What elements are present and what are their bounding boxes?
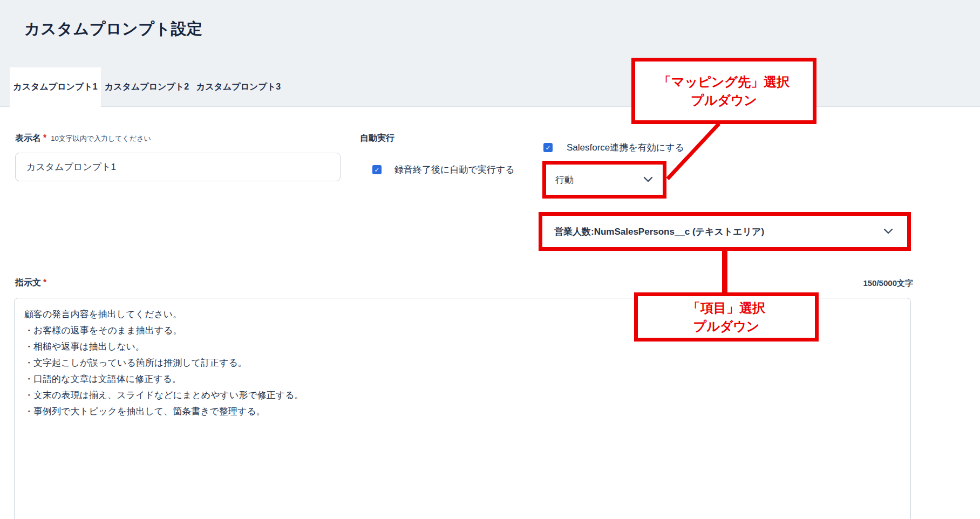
auto-run-label: 自動実行	[360, 133, 394, 144]
auto-run-label-row: 自動実行	[360, 133, 394, 144]
chevron-down-icon	[883, 227, 893, 236]
instruction-label-row: 指示文 *	[15, 277, 46, 289]
field-annotation-line2: プルダウン	[693, 317, 760, 336]
tab-custom-prompt-3[interactable]: カスタムプロンプト3	[193, 67, 284, 107]
display-name-required-mark: *	[43, 133, 46, 143]
custom-prompt-settings-page: カスタムプロンプト設定 カスタムプロンプト1 カスタムプロンプト2 カスタムプロ…	[0, 0, 980, 519]
field-annotation-connector-line	[722, 249, 727, 295]
salesforce-checkbox-row: ✓ Salesforce連携を有効にする	[543, 141, 684, 154]
auto-run-checkbox-row: ✓ 録音終了後に自動で実行する	[372, 163, 515, 176]
mapping-target-dropdown-value: 行動	[555, 174, 574, 186]
mapping-annotation-callout: 「マッピング先」選択 プルダウン	[631, 58, 816, 124]
instruction-label: 指示文	[15, 277, 41, 289]
check-icon: ✓	[545, 144, 550, 152]
salesforce-field-dropdown-value: 営業人数:NumSalesPersons__c (テキストエリア)	[554, 226, 764, 238]
instruction-required-mark: *	[43, 278, 46, 288]
page-title: カスタムプロンプト設定	[24, 18, 203, 40]
display-name-input[interactable]	[15, 153, 341, 181]
auto-run-checkbox-label: 録音終了後に自動で実行する	[394, 163, 515, 176]
field-annotation-line1: 「項目」選択	[688, 299, 765, 317]
mapping-target-dropdown[interactable]: 行動	[542, 161, 666, 199]
tab-custom-prompt-2[interactable]: カスタムプロンプト2	[101, 67, 193, 107]
display-name-label-row: 表示名 * 10文字以内で入力してください	[15, 133, 151, 144]
auto-run-checkbox[interactable]: ✓	[372, 165, 382, 174]
chevron-down-icon	[643, 175, 653, 185]
salesforce-checkbox[interactable]: ✓	[543, 143, 553, 152]
salesforce-checkbox-label: Salesforce連携を有効にする	[567, 141, 684, 154]
salesforce-field-dropdown[interactable]: 営業人数:NumSalesPersons__c (テキストエリア)	[539, 212, 911, 251]
field-annotation-callout: 「項目」選択 プルダウン	[634, 292, 819, 342]
tab-custom-prompt-1[interactable]: カスタムプロンプト1	[10, 67, 101, 107]
mapping-annotation-line2: プルダウン	[691, 91, 757, 110]
display-name-helper-text: 10文字以内で入力してください	[51, 134, 151, 144]
display-name-label: 表示名	[15, 133, 41, 144]
character-counter: 150/5000文字	[863, 278, 913, 289]
tab-bar: カスタムプロンプト1 カスタムプロンプト2 カスタムプロンプト3	[10, 67, 284, 107]
check-icon: ✓	[374, 166, 379, 174]
mapping-annotation-line1: 「マッピング先」選択	[658, 73, 790, 91]
